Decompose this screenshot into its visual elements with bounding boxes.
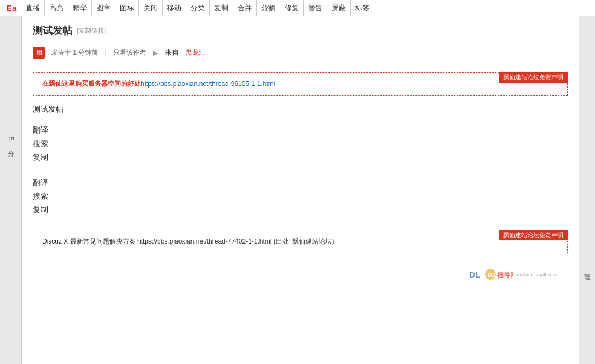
top-disclaimer-badge: 飘仙建站论坛免责声明 [499,72,568,83]
group2-line2: 搜索 [33,189,568,203]
watermark-area: DL DZ 插件网 addon.dismall.com [33,262,568,287]
post-time: 发表于 1 分钟前 [51,48,98,57]
toolbar-featured[interactable]: 精华 [68,0,92,16]
watermark-domain: addon.dismall.com [516,272,557,278]
avatar-initial: 用 [36,49,42,57]
top-disclaimer-text: 在飘仙这里购买服务器空间的好处https://bbs.piaoxian.net/… [42,80,275,88]
toolbar-repair[interactable]: 修复 [280,0,304,16]
toolbar-icon[interactable]: 图标 [115,0,139,16]
disclaimer-url[interactable]: https://bbs.piaoxian.net/thread-96105-1-… [141,80,275,88]
post-title: 测试发帖 [复制链接] [33,24,568,37]
arrow-icon: ▶ [153,49,158,57]
group1-line3: 复制 [33,151,568,164]
group2-line3: 复制 [33,203,568,217]
bottom-disclaimer-box: 飘仙建站论坛免责声明 Discuz X 最新常见问题解决方案 https://b… [33,230,568,253]
avatar: 用 [33,47,45,59]
watermark: DL DZ 插件网 addon.dismall.com [470,267,557,283]
toolbar-highlight[interactable]: 高亮 [45,0,68,16]
text-group-1: 翻译 搜索 复制 [33,123,568,165]
text-group-2: 翻译 搜索 复制 [33,176,568,217]
group1-line1: 翻译 [33,123,568,137]
content-area: 测试发帖 [复制链接] 用 发表于 1 分钟前 | 只看该作者 ▶ 来自 黑龙江… [22,16,579,364]
toolbar-move[interactable]: 移动 [163,0,186,16]
left-sidebar: 5 分 [0,16,22,364]
from-label: 来自 [165,48,179,57]
group1-line2: 搜索 [33,137,568,151]
toolbar: Ea 直播 高亮 精华 图章 图标 关闭 移动 分类 复制 合并 分割 修复 警… [0,0,595,16]
toolbar-merge[interactable]: 合并 [233,0,257,16]
view-author[interactable]: 只看该作者 [113,48,146,57]
post-title-text: 测试发帖 [33,24,72,37]
right-sidebar: 管理 [579,16,595,364]
app-logo: Ea [2,0,21,16]
toolbar-split[interactable]: 分割 [257,0,280,16]
post-header: 测试发帖 [复制链接] [22,16,579,42]
toolbar-copy[interactable]: 复制 [210,0,233,16]
post-meta: 用 发表于 1 分钟前 | 只看该作者 ▶ 来自 黑龙江 [22,42,579,63]
toolbar-close[interactable]: 关闭 [139,0,163,16]
bottom-disclaimer-text: Discuz X 最新常见问题解决方案 https://bbs.piaoxian… [42,238,334,245]
toolbar-category[interactable]: 分类 [186,0,210,16]
svg-text:DZ: DZ [488,271,496,278]
svg-text:DL: DL [470,270,480,279]
sidebar-score: 5 [7,137,15,141]
group2-line1: 翻译 [33,176,568,189]
meta-separator: | [105,49,106,57]
watermark-logo-svg: DL DZ 插件网 [470,267,513,283]
disclaimer-link-text[interactable]: 在飘仙这里购买服务器空间的好处 [42,80,141,88]
location-link[interactable]: 黑龙江 [186,48,205,57]
bottom-disclaimer-badge: 飘仙建站论坛免责声明 [499,230,568,240]
post-main-line: 测试发帖 [33,105,568,114]
top-disclaimer-box: 飘仙建站论坛免责声明 在飘仙这里购买服务器空间的好处https://bbs.pi… [33,72,568,96]
main-container: 5 分 测试发帖 [复制链接] 用 发表于 1 分钟前 | 只看该作者 ▶ 来自… [0,16,595,364]
main-post-text: 测试发帖 [33,105,568,114]
toolbar-shield[interactable]: 屏蔽 [327,0,351,16]
toolbar-warn[interactable]: 警告 [304,0,327,16]
toolbar-live[interactable]: 直播 [21,0,45,16]
post-content: 飘仙建站论坛免责声明 在飘仙这里购买服务器空间的好处https://bbs.pi… [22,63,579,296]
svg-text:插件网: 插件网 [496,271,513,279]
toolbar-tag[interactable]: 标签 [351,0,374,16]
toolbar-stamp[interactable]: 图章 [92,0,115,16]
copy-link[interactable]: [复制链接] [77,26,107,36]
